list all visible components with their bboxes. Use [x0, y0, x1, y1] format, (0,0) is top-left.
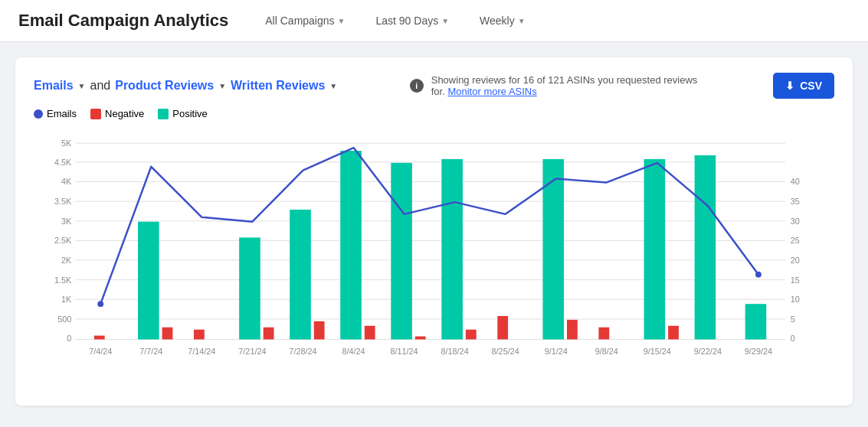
bar-pos-4	[290, 210, 311, 340]
reviews-dropdown-icon[interactable]: ▼	[218, 82, 226, 90]
svg-text:15: 15	[791, 275, 800, 285]
svg-text:7/4/24: 7/4/24	[89, 347, 112, 356]
monitor-link[interactable]: Monitor more ASINs	[447, 86, 536, 97]
bar-neg-1	[162, 328, 173, 340]
bar-neg-8	[497, 316, 508, 340]
bar-neg-2	[194, 330, 205, 340]
svg-text:40: 40	[791, 177, 800, 186]
info-icon: i	[410, 79, 424, 93]
svg-text:10: 10	[791, 295, 800, 304]
bar-neg-10	[598, 328, 609, 340]
bar-neg-3	[264, 328, 274, 340]
bar-neg-9	[567, 320, 578, 340]
emails-dropdown-icon[interactable]: ▼	[78, 82, 86, 90]
campaigns-filter[interactable]: All Campaigns ▼	[259, 11, 351, 30]
svg-text:9/1/24: 9/1/24	[545, 347, 568, 356]
bar-neg-0	[94, 336, 105, 340]
and-text: and	[90, 79, 111, 93]
written-dropdown-icon[interactable]: ▼	[329, 82, 337, 90]
chart-card: Emails ▼ and Product Reviews ▼ Written R…	[15, 57, 853, 406]
svg-text:8/11/24: 8/11/24	[390, 347, 418, 356]
chart-title: Emails ▼ and Product Reviews ▼ Written R…	[34, 79, 337, 93]
svg-text:7/21/24: 7/21/24	[238, 347, 266, 356]
svg-text:0: 0	[791, 334, 795, 343]
svg-text:9/22/24: 9/22/24	[694, 347, 722, 356]
chevron-down-icon: ▼	[338, 17, 346, 25]
svg-text:2K: 2K	[61, 256, 72, 265]
svg-text:7/7/24: 7/7/24	[139, 347, 162, 356]
chart-svg: 0 500 1K 1.5K 2K 2.5K 3K 3.5K 4K 4.5K 5K…	[34, 130, 834, 390]
bar-pos-13	[745, 304, 767, 339]
bar-pos-12	[695, 155, 716, 340]
svg-text:20: 20	[791, 256, 800, 265]
bar-pos-3	[239, 237, 260, 339]
svg-text:7/28/24: 7/28/24	[289, 347, 316, 356]
download-icon: ⬇	[785, 80, 794, 92]
line-dot-13	[755, 272, 762, 278]
svg-text:8/18/24: 8/18/24	[441, 347, 469, 356]
csv-button[interactable]: ⬇ CSV	[773, 73, 834, 99]
svg-text:3K: 3K	[61, 217, 72, 226]
chevron-down-icon: ▼	[518, 17, 526, 25]
svg-text:9/15/24: 9/15/24	[644, 347, 671, 356]
page-header: Email Campaign Analytics All Campaigns ▼…	[0, 0, 868, 42]
legend-emails: Emails	[34, 108, 77, 119]
chart-info: i Showing reviews for 16 of 121 ASINs yo…	[410, 74, 701, 97]
main-content: Emails ▼ and Product Reviews ▼ Written R…	[0, 42, 868, 421]
svg-text:3.5K: 3.5K	[54, 197, 72, 206]
svg-text:8/25/24: 8/25/24	[492, 347, 519, 356]
svg-text:35: 35	[791, 197, 800, 206]
svg-text:5K: 5K	[61, 139, 72, 148]
bar-neg-7	[466, 330, 477, 340]
line-dot-0	[97, 301, 103, 307]
positive-legend-dot	[158, 109, 169, 119]
bar-pos-5	[340, 151, 362, 339]
bar-pos-1	[138, 222, 159, 340]
bar-neg-6	[415, 337, 426, 340]
reviews-label[interactable]: Product Reviews	[115, 79, 214, 93]
svg-text:4K: 4K	[61, 177, 72, 186]
legend-positive: Positive	[158, 108, 208, 119]
chart-legend: Emails Negative Positive	[34, 108, 834, 119]
svg-text:8/4/24: 8/4/24	[342, 347, 365, 356]
bar-pos-11	[644, 159, 666, 340]
chevron-down-icon: ▼	[441, 17, 449, 25]
written-label[interactable]: Written Reviews	[231, 79, 325, 93]
bar-pos-7	[441, 159, 463, 340]
svg-text:2.5K: 2.5K	[54, 236, 72, 245]
svg-text:25: 25	[791, 236, 800, 245]
info-text: Showing reviews for 16 of 121 ASINs you …	[431, 74, 701, 97]
svg-text:7/14/24: 7/14/24	[188, 347, 215, 356]
bar-neg-5	[365, 326, 375, 340]
svg-text:500: 500	[57, 315, 71, 324]
bar-pos-6	[391, 163, 412, 340]
bar-neg-4	[314, 321, 325, 340]
legend-negative: Negative	[90, 108, 144, 119]
svg-text:1K: 1K	[61, 295, 72, 304]
svg-text:1.5K: 1.5K	[54, 275, 72, 285]
emails-legend-dot	[34, 109, 43, 119]
period-filter[interactable]: Weekly ▼	[473, 11, 532, 30]
svg-text:0: 0	[67, 334, 71, 343]
page-title: Email Campaign Analytics	[18, 11, 228, 31]
bar-neg-11	[668, 326, 679, 340]
svg-text:30: 30	[791, 217, 800, 226]
chart-area: 0 500 1K 1.5K 2K 2.5K 3K 3.5K 4K 4.5K 5K…	[34, 130, 834, 390]
svg-text:4.5K: 4.5K	[54, 158, 72, 167]
svg-text:5: 5	[791, 315, 795, 324]
emails-label[interactable]: Emails	[34, 79, 74, 93]
negative-legend-dot	[90, 109, 101, 119]
chart-header: Emails ▼ and Product Reviews ▼ Written R…	[34, 73, 834, 99]
days-filter[interactable]: Last 90 Days ▼	[369, 11, 455, 30]
svg-rect-0	[75, 143, 785, 343]
svg-text:9/8/24: 9/8/24	[595, 347, 618, 356]
svg-text:9/29/24: 9/29/24	[745, 347, 772, 356]
